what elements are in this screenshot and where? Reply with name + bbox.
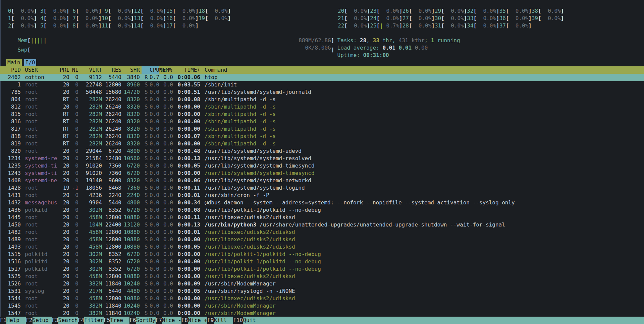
column-header-pri[interactable]: PRI xyxy=(58,66,69,74)
process-row[interactable]: 1428root19-11805684687360S0.00.00:00.11/… xyxy=(0,184,644,192)
process-row[interactable]: 1526root200382M1184010240S0.00.00:00.09/… xyxy=(0,280,644,287)
fkey-label-nice-[interactable]: Nice - xyxy=(162,317,181,324)
tab-main[interactable]: Main xyxy=(6,59,22,66)
fkey-f10[interactable]: F10 xyxy=(233,317,243,324)
process-row[interactable]: 1493root200458M1280010880S0.00.00:00.05/… xyxy=(0,243,644,251)
column-header-mem[interactable]: MEM% xyxy=(159,66,173,74)
process-row[interactable]: 1525root200458M1280010880S0.00.00:00.00/… xyxy=(0,273,644,280)
row-spacer xyxy=(21,125,25,133)
process-row[interactable]: 818rootRT0282M262408320S0.00.00:00.07/sb… xyxy=(0,133,644,140)
process-row[interactable]: 817rootRT0282M262408320S0.00.00:00.00/sb… xyxy=(0,125,644,133)
fkey-label-filter[interactable]: Filter xyxy=(84,317,104,324)
fkey-f8[interactable]: F8 xyxy=(181,317,188,324)
column-header-shr[interactable]: SHR xyxy=(121,66,140,74)
user-cell: polkitd xyxy=(25,265,58,273)
process-row[interactable]: 1431root200423622402240S0.00.00:00.01/us… xyxy=(0,192,644,199)
process-row[interactable]: 1482root200458M1280010880S0.00.00:00.01/… xyxy=(0,229,644,236)
fkey-f3[interactable]: F3 xyxy=(52,317,58,324)
cpu-meter-body: 0.0% xyxy=(347,15,367,22)
process-row[interactable]: 1234systemd-re200215841248010560S0.00.00… xyxy=(0,155,644,162)
process-row[interactable]: 1root20022748128008960S0.00.00:03.55/sbi… xyxy=(0,81,644,88)
shr-cell: 7360 xyxy=(121,184,140,192)
process-row[interactable]: 1489root200458M1280010880S0.00.00:00.00/… xyxy=(0,236,644,243)
cpu-bracket-close: ] xyxy=(66,22,69,29)
column-header-res[interactable]: RES xyxy=(102,66,121,74)
fkey-f7[interactable]: F7 xyxy=(156,317,162,324)
cpu-cell: 0.0 xyxy=(150,214,159,221)
swap-label: Swp xyxy=(18,47,28,53)
process-row[interactable]: 816rootRT0282M262408320S0.00.00:00.00/sb… xyxy=(0,118,644,125)
fkey-label-sortby[interactable]: SortBy xyxy=(136,317,156,324)
process-row[interactable]: 815rootRT0282M262408320S0.00.00:00.00/sb… xyxy=(0,111,644,118)
cpu-meter-15: 15[0.0%] xyxy=(166,7,199,15)
process-row[interactable]: 2462cotton200911254403840R0.70.00:00.06h… xyxy=(0,74,644,81)
column-header-time[interactable]: TIME+ xyxy=(173,66,200,74)
column-header-cmd[interactable]: Command xyxy=(205,66,644,74)
cpu-bracket-close: ] xyxy=(399,7,402,15)
process-row[interactable]: 1517polkitd200302M83526720S0.00.00:00.00… xyxy=(0,265,644,273)
time-cell: 0:00.00 xyxy=(173,258,200,265)
row-spacer xyxy=(200,302,205,310)
cpu-bracket-open: [ xyxy=(409,7,412,15)
process-row[interactable]: 1408systemd-ne2001914096008320S0.00.00:0… xyxy=(0,177,644,184)
fkey-f5[interactable]: F5 xyxy=(104,317,110,324)
cpu-bracket-open: [ xyxy=(474,15,477,22)
virt-cell: 21584 xyxy=(78,155,102,162)
fkey-f9[interactable]: F9 xyxy=(207,317,214,324)
shr-cell: 6720 xyxy=(121,258,140,265)
fkey-label-tree[interactable]: Tree xyxy=(110,317,129,324)
process-row[interactable]: 1450root200104M2240013120S0.00.00:00.13/… xyxy=(0,221,644,229)
fkey-label-nice-[interactable]: Nice + xyxy=(188,317,207,324)
process-row[interactable]: 1432messagebus200990454404800S0.00.00:00… xyxy=(0,199,644,206)
process-row[interactable]: 812root200282M262408320S0.00.00:00.00/sb… xyxy=(0,103,644,111)
row-spacer xyxy=(200,184,205,192)
htop-terminal: { "colors":{ "background":"#1b1e22","sel… xyxy=(0,0,644,324)
mem-cell: 0.0 xyxy=(159,88,173,96)
process-row[interactable]: 1545root200382M1184010240S0.00.00:00.00/… xyxy=(0,302,644,310)
load-average-line: Load average: 0.01 0.01 0.00 xyxy=(324,37,428,44)
time-cell: 0:00.05 xyxy=(173,162,200,170)
fkey-label-search[interactable]: Search xyxy=(58,317,78,324)
column-header-virt[interactable]: VIRT xyxy=(78,66,102,74)
ni-cell: 0 xyxy=(69,287,78,295)
process-row[interactable]: 804rootRT0282M262408320S0.00.00:00.08/sb… xyxy=(0,96,644,103)
process-row[interactable]: 1531syslog200217M54404480S0.00.00:00.05/… xyxy=(0,287,644,295)
fkey-label-kill[interactable]: Kill xyxy=(214,317,233,324)
process-row[interactable]: 820root2002904467204800S0.00.00:00.48/us… xyxy=(0,147,644,155)
process-row[interactable]: 1516polkitd200302M83526720S0.00.00:00.00… xyxy=(0,258,644,265)
cpu-percent: 0.0% xyxy=(21,15,34,22)
process-row[interactable]: 1515polkitd200302M83526720S0.00.00:00.00… xyxy=(0,251,644,258)
fkey-f2[interactable]: F2 xyxy=(26,317,32,324)
virt-cell: 104M xyxy=(78,221,102,229)
process-row[interactable]: 785root200504481568014720S0.00.00:00.51/… xyxy=(0,88,644,96)
column-header-user[interactable]: USER xyxy=(25,66,58,74)
tab-io[interactable]: I/O xyxy=(24,59,37,66)
fkey-label-help[interactable]: Help xyxy=(6,317,26,324)
fkey-f4[interactable]: F4 xyxy=(78,317,84,324)
fkey-label-setup[interactable]: Setup xyxy=(33,317,52,324)
fkey-f1[interactable]: F1 xyxy=(0,317,6,324)
fkey-label-quit[interactable]: Quit xyxy=(243,317,644,324)
process-row[interactable]: 1243systemd-ti2009102073606720S0.00.00:0… xyxy=(0,170,644,177)
cpu-number: 36 xyxy=(499,15,506,22)
process-row[interactable]: 1436polkitd200302M83526720S0.00.00:00.08… xyxy=(0,206,644,214)
process-row[interactable]: 819rootRT0282M262408320S0.00.00:00.00/sb… xyxy=(0,140,644,147)
column-header-ni[interactable]: NI xyxy=(69,66,78,74)
running-count: 1 xyxy=(431,37,434,44)
ni-cell: 0 xyxy=(69,265,78,273)
row-spacer xyxy=(21,192,25,199)
cpu-number: 23 xyxy=(370,7,376,15)
cpu-bracket-close: ] xyxy=(163,22,166,29)
cpu-meter-body: 0.0% xyxy=(412,15,432,22)
column-header-pid[interactable]: PID xyxy=(0,66,21,74)
cpu-number: 30 xyxy=(435,15,441,22)
process-row[interactable]: 1235systemd-ti2009102073606720S0.00.00:0… xyxy=(0,162,644,170)
cpu-bracket-open: [ xyxy=(141,7,144,15)
process-row[interactable]: 1547root200382M1184010240S0.00.00:00.00/… xyxy=(0,310,644,317)
column-header-cpu[interactable]: CPU%▽ xyxy=(142,66,159,74)
time-cell: 0:00.00 xyxy=(173,310,200,317)
process-row[interactable]: 1544root200458M1280010880S0.00.00:00.00/… xyxy=(0,295,644,302)
process-row[interactable]: 1445root200458M1280010880S0.00.00:00.11/… xyxy=(0,214,644,221)
row-spacer xyxy=(200,310,205,317)
fkey-f6[interactable]: F6 xyxy=(129,317,136,324)
